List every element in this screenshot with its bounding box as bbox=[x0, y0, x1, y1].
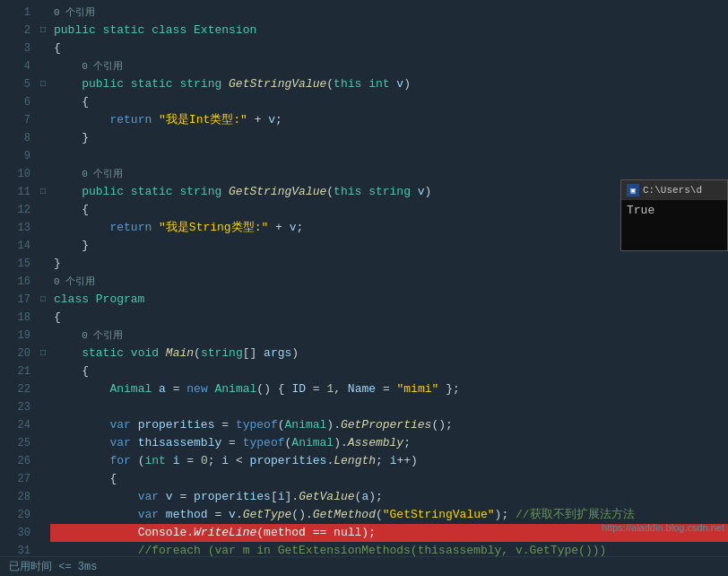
code-line: var method = v.GetType().GetMethod("GetS… bbox=[50, 506, 728, 524]
code-line: var v = properities[i].GetValue(a); bbox=[50, 488, 728, 506]
code-content[interactable]: 0 个引用 public static class Extension { 0 … bbox=[50, 0, 728, 556]
code-line: for (int i = 0; i < properities.Length; … bbox=[50, 452, 728, 470]
terminal-titlebar: ▣ C:\Users\d bbox=[621, 180, 727, 200]
code-line: } bbox=[50, 255, 728, 273]
editor-area: 1 2 3 4 5 6 7 8 9 10 11 12 13 14 15 16 1… bbox=[0, 0, 728, 556]
code-line bbox=[50, 147, 728, 165]
code-line bbox=[50, 398, 728, 416]
code-line: { bbox=[50, 309, 728, 327]
line-numbers: 1 2 3 4 5 6 7 8 9 10 11 12 13 14 15 16 1… bbox=[0, 0, 36, 556]
terminal-output: True bbox=[627, 204, 654, 217]
terminal-icon: ▣ bbox=[627, 184, 639, 196]
code-line: 0 个引用 bbox=[50, 327, 728, 345]
code-line: 0 个引用 bbox=[50, 57, 728, 75]
code-line: { bbox=[50, 93, 728, 111]
status-bar: 已用时间 <= 3ms bbox=[0, 556, 728, 576]
code-line: } bbox=[50, 129, 728, 147]
terminal-body: True bbox=[621, 200, 727, 221]
terminal-window: ▣ C:\Users\d True bbox=[620, 179, 728, 251]
code-line: class Program bbox=[50, 291, 728, 309]
status-text: 已用时间 <= 3ms bbox=[9, 559, 97, 574]
gutter: □ □ □ □ □ bbox=[36, 0, 50, 556]
code-line: { bbox=[50, 362, 728, 380]
terminal-title: C:\Users\d bbox=[643, 185, 702, 196]
watermark: https://aladdin.blog.csdn.net bbox=[602, 522, 724, 533]
code-line: public static string GetStringValue(this… bbox=[50, 75, 728, 93]
code-line: var properities = typeof(Animal).GetProp… bbox=[50, 416, 728, 434]
code-line: //foreach (var m in GetExtensionMethods(… bbox=[50, 542, 728, 556]
code-line: { bbox=[50, 39, 728, 57]
code-line: 0 个引用 bbox=[50, 273, 728, 291]
code-line: return "我是Int类型:" + v; bbox=[50, 111, 728, 129]
code-line: public static class Extension bbox=[50, 22, 728, 39]
code-line: static void Main(string[] args) bbox=[50, 345, 728, 362]
code-line: Animal a = new Animal() { ID = 1, Name =… bbox=[50, 380, 728, 398]
code-line: 0 个引用 bbox=[50, 4, 728, 22]
code-line: var thisassembly = typeof(Animal).Assemb… bbox=[50, 434, 728, 452]
code-line: { bbox=[50, 470, 728, 488]
